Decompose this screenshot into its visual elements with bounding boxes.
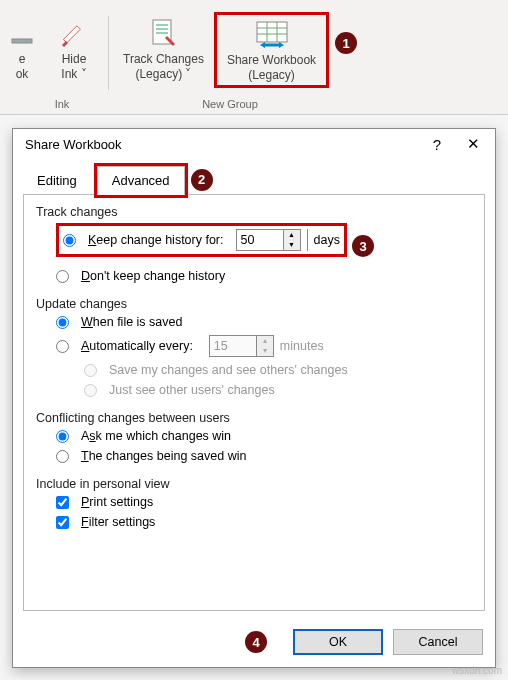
- dont-keep-history-radio[interactable]: [56, 270, 69, 283]
- callout-badge-1: 1: [335, 32, 357, 54]
- svg-rect-0: [12, 39, 32, 43]
- callout-badge-3: 3: [352, 235, 374, 257]
- dialog-titlebar: Share Workbook ? ✕: [13, 129, 495, 159]
- section-title: Update changes: [36, 297, 472, 311]
- label: Keep change history for:: [88, 233, 224, 247]
- callout-badge-4: 4: [245, 631, 267, 653]
- ribbon: e ok Hide Ink ˅ Ink Track Changes (Legac…: [0, 0, 508, 115]
- section-track-changes: Track changes Keep change history for: ▲…: [36, 205, 472, 283]
- save-mine-radio: [84, 364, 97, 377]
- section-title: Include in personal view: [36, 477, 472, 491]
- tab-panel-advanced: Track changes Keep change history for: ▲…: [23, 194, 485, 611]
- watermark: wsxdn.com: [452, 665, 502, 676]
- history-days-spinner[interactable]: ▲▼: [236, 229, 301, 251]
- close-button[interactable]: ✕: [455, 135, 491, 153]
- see-others-radio: [84, 384, 97, 397]
- dont-keep-history-row: Don't keep change history: [56, 269, 472, 283]
- label: Share Workbook: [227, 53, 316, 68]
- spin-down[interactable]: ▼: [284, 240, 300, 250]
- tab-advanced[interactable]: Advanced: [97, 166, 185, 195]
- label: Print settings: [81, 495, 153, 509]
- spreadsheet-share-icon: [255, 17, 289, 51]
- label: ok: [16, 67, 29, 82]
- share-workbook-dialog: Share Workbook ? ✕ Editing Advanced 2 Tr…: [12, 128, 496, 668]
- label: (Legacy): [248, 68, 295, 83]
- callout-badge-2: 2: [191, 169, 213, 191]
- filter-settings-check[interactable]: [56, 516, 69, 529]
- dialog-title: Share Workbook: [25, 137, 122, 152]
- auto-minutes-spinner: ▲▼: [209, 335, 274, 357]
- print-settings-check[interactable]: [56, 496, 69, 509]
- group-label: Ink: [22, 98, 102, 110]
- label: Ask me which changes win: [81, 429, 231, 443]
- label: e: [19, 52, 26, 67]
- section-title: Track changes: [36, 205, 472, 219]
- label: minutes: [280, 339, 324, 353]
- label: When file is saved: [81, 315, 182, 329]
- help-button[interactable]: ?: [419, 136, 455, 153]
- ok-button[interactable]: OK: [293, 629, 383, 655]
- label: Don't keep change history: [81, 269, 225, 283]
- share-workbook-button[interactable]: Share Workbook (Legacy): [214, 12, 329, 88]
- unknown-icon: [10, 16, 34, 50]
- auto-minutes-input: [210, 336, 256, 356]
- section-personal-view: Include in personal view Print settings …: [36, 477, 472, 529]
- section-title: Conflicting changes between users: [36, 411, 472, 425]
- group-label: New Group: [130, 98, 330, 110]
- tabs: Editing Advanced 2: [13, 159, 495, 194]
- ask-which-wins-radio[interactable]: [56, 430, 69, 443]
- label: days: [307, 229, 340, 251]
- label: Track Changes: [123, 52, 204, 67]
- keep-history-row: Keep change history for: ▲▼ days: [56, 223, 347, 257]
- section-conflicting: Conflicting changes between users Ask me…: [36, 411, 472, 463]
- spin-down: ▼: [257, 346, 273, 356]
- tab-editing[interactable]: Editing: [23, 167, 91, 194]
- document-pen-icon: [149, 16, 177, 50]
- saved-win-radio[interactable]: [56, 450, 69, 463]
- separator: [108, 16, 109, 90]
- label: Just see other users' changes: [109, 383, 275, 397]
- label: (Legacy) ˅: [135, 67, 191, 82]
- history-days-input[interactable]: [237, 230, 283, 250]
- spin-up[interactable]: ▲: [284, 230, 300, 240]
- when-saved-radio[interactable]: [56, 316, 69, 329]
- label: Filter settings: [81, 515, 155, 529]
- label: Hide: [62, 52, 87, 67]
- keep-history-radio[interactable]: [63, 234, 76, 247]
- pen-icon: [60, 16, 88, 50]
- dialog-buttons: 4 OK Cancel: [13, 621, 495, 667]
- automatically-every-radio[interactable]: [56, 340, 69, 353]
- spin-up: ▲: [257, 336, 273, 346]
- label: Automatically every:: [81, 339, 193, 353]
- cancel-button[interactable]: Cancel: [393, 629, 483, 655]
- section-update-changes: Update changes When file is saved Automa…: [36, 297, 472, 397]
- svg-rect-5: [257, 22, 287, 42]
- label: Ink ˅: [61, 67, 86, 82]
- label: The changes being saved win: [81, 449, 246, 463]
- label: Save my changes and see others' changes: [109, 363, 348, 377]
